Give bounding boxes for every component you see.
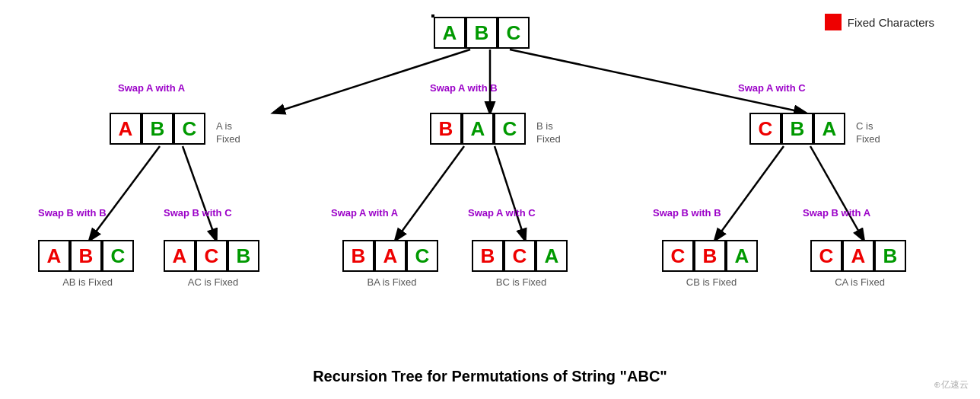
l2-1-char-A: A [38,240,70,272]
svg-line-5 [396,146,464,240]
l2-4-label: BC is Fixed [472,276,571,288]
l1-3-swap-label: Swap A with C [738,82,806,94]
l2-6-char-B: B [874,240,906,272]
l1-group-2: B A C [430,113,526,145]
l1-group-1: A B C [110,113,205,145]
main-container: Fixed Characters A B C A [0,0,980,399]
l2-group-1: A B C [38,240,134,272]
l2-5-char-C: C [662,240,694,272]
l1-3-char-C: C [749,113,781,145]
l1-group-3: C B A [749,113,845,145]
legend-text: Fixed Characters [848,16,934,29]
l1-3-fixed-label: C isFixed [856,120,880,146]
l1-1-fixed-label: A isFixed [216,120,240,146]
svg-line-8 [810,146,864,240]
l2-4-swap-label: Swap A with C [468,207,536,219]
svg-line-4 [183,146,216,240]
l2-1-swap-label: Swap B with B [38,207,107,219]
l1-3-char-B: B [781,113,813,145]
l2-2-char-A: A [164,240,196,272]
l2-2-char-C: C [196,240,228,272]
l1-2-char-C: C [494,113,526,145]
legend-color-box [825,14,842,30]
l2-3-char-B: B [342,240,374,272]
l2-6-swap-label: Swap B with A [803,207,870,219]
legend: Fixed Characters [825,14,934,30]
l2-5-char-B: B [694,240,726,272]
l2-group-6: C A B [810,240,906,272]
l1-1-swap-label: Swap A with A [118,82,185,94]
l2-3-char-C: C [406,240,438,272]
l1-2-swap-label: Swap A with B [430,82,498,94]
l2-4-char-C: C [504,240,536,272]
l2-group-4: B C A [472,240,568,272]
l1-1-char-A: A [110,113,142,145]
l2-5-swap-label: Swap B with B [653,207,721,219]
page-title: Recursion Tree for Permutations of Strin… [313,368,667,385]
l2-5-label: CB is Fixed [662,276,761,288]
l1-2-fixed-label: B isFixed [536,120,561,146]
svg-line-0 [274,49,470,113]
l2-3-char-A: A [374,240,406,272]
l2-6-label: CA is Fixed [810,276,909,288]
l1-2-char-A: A [462,113,494,145]
l2-6-char-A: A [842,240,874,272]
l2-3-swap-label: Swap A with A [331,207,398,219]
l2-2-swap-label: Swap B with C [164,207,232,219]
l2-5-char-A: A [726,240,758,272]
l2-6-char-C: C [810,240,842,272]
root-char-B: B [466,17,498,49]
l2-3-label: BA is Fixed [342,276,441,288]
l1-3-char-A: A [813,113,845,145]
l1-1-char-C: C [173,113,205,145]
svg-line-2 [510,49,805,113]
l2-4-char-A: A [536,240,568,272]
arrows-svg [0,0,980,399]
watermark: ⊕亿速云 [934,378,969,391]
svg-line-3 [90,146,160,240]
svg-line-6 [495,146,525,240]
root-char-group: A B C [434,17,530,49]
l2-2-char-B: B [228,240,259,272]
l2-group-3: B A C [342,240,438,272]
l2-group-5: C B A [662,240,758,272]
l2-2-label: AC is Fixed [164,276,262,288]
l2-1-char-C: C [102,240,134,272]
l2-1-label: AB is Fixed [38,276,137,288]
l1-1-char-B: B [142,113,173,145]
root-char-C: C [498,17,530,49]
l2-1-char-B: B [70,240,102,272]
l2-4-char-B: B [472,240,504,272]
root-char-A: A [434,17,466,49]
l1-2-char-B: B [430,113,462,145]
l2-group-2: A C B [164,240,259,272]
svg-line-7 [715,146,784,240]
